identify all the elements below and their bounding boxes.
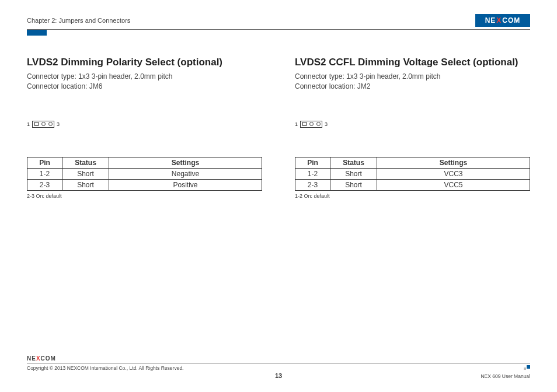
cell-pin: 1-2: [27, 168, 62, 179]
page-number: 13: [0, 372, 557, 379]
cell-settings: VCC3: [377, 168, 530, 179]
footer-left: NEXCOM: [27, 355, 530, 362]
logo-x: X: [36, 355, 41, 362]
left-title: LVDS2 Dimming Polarity Select (optional): [27, 57, 262, 68]
pin-1-icon: [301, 121, 308, 127]
logo-post: COM: [41, 355, 56, 362]
left-table: Pin Status Settings 1-2 Short Negative 2…: [27, 157, 262, 191]
cell-settings: Positive: [109, 179, 262, 190]
pin-1-icon: [33, 121, 40, 127]
th-pin: Pin: [295, 157, 330, 168]
pin-box: [32, 121, 54, 128]
th-settings: Settings: [109, 157, 262, 168]
right-table-note: 1-2 On: default: [295, 193, 530, 199]
table-row: 2-3 Short VCC5: [295, 179, 530, 190]
table-row: 1-2 Short Negative: [27, 168, 262, 179]
cell-status: Short: [62, 168, 109, 179]
pin-box: [300, 121, 322, 128]
right-pin-diagram: 1 3: [295, 121, 530, 128]
right-title: LVDS2 CCFL Dimming Voltage Select (optio…: [295, 57, 530, 68]
pin-label-left: 1: [295, 121, 298, 127]
corner-mark-icon: [522, 365, 530, 371]
page-header: Chapter 2: Jumpers and Connectors NEXCOM: [27, 14, 530, 30]
cell-pin: 1-2: [295, 168, 330, 179]
left-connector-type: Connector type: 1x3 3-pin header, 2.0mm …: [27, 72, 262, 82]
logo-pre: NE: [27, 355, 36, 362]
right-section: LVDS2 CCFL Dimming Voltage Select (optio…: [295, 57, 530, 199]
left-section: LVDS2 Dimming Polarity Select (optional)…: [27, 57, 262, 199]
table-row: 1-2 Short VCC3: [295, 168, 530, 179]
table-row: 2-3 Short Positive: [27, 179, 262, 190]
right-table: Pin Status Settings 1-2 Short VCC3 2-3 S…: [295, 157, 530, 191]
cell-settings: VCC5: [377, 179, 530, 190]
cell-pin: 2-3: [295, 179, 330, 190]
pin-2-icon: [40, 121, 47, 127]
table-header-row: Pin Status Settings: [27, 157, 262, 168]
logo-post: COM: [502, 16, 520, 24]
logo-x: X: [496, 16, 502, 24]
nexcom-logo: NEXCOM: [475, 14, 530, 27]
th-status: Status: [62, 157, 109, 168]
cell-settings: Negative: [109, 168, 262, 179]
left-table-note: 2-3 On: default: [27, 193, 262, 199]
table-header-row: Pin Status Settings: [295, 157, 530, 168]
th-settings: Settings: [377, 157, 530, 168]
cell-status: Short: [330, 179, 377, 190]
copyright-text: Copyright © 2013 NEXCOM International Co…: [27, 365, 183, 371]
th-status: Status: [330, 157, 377, 168]
tab-marker: [27, 30, 47, 36]
cell-pin: 2-3: [27, 179, 62, 190]
pin-label-right: 3: [325, 121, 328, 127]
logo-pre: NE: [485, 16, 496, 24]
right-connector-location: Connector location: JM2: [295, 82, 530, 92]
pin-2-icon: [308, 121, 315, 127]
pin-label-right: 3: [57, 121, 60, 127]
cell-status: Short: [330, 168, 377, 179]
pin-label-left: 1: [27, 121, 30, 127]
left-connector-location: Connector location: JM6: [27, 82, 262, 92]
pin-3-icon: [47, 121, 54, 127]
left-pin-diagram: 1 3: [27, 121, 262, 128]
th-pin: Pin: [27, 157, 62, 168]
nexcom-footer-logo: NEXCOM: [27, 355, 530, 362]
content-columns: LVDS2 Dimming Polarity Select (optional)…: [27, 57, 530, 199]
cell-status: Short: [62, 179, 109, 190]
chapter-title: Chapter 2: Jumpers and Connectors: [27, 17, 130, 24]
pin-3-icon: [315, 121, 322, 127]
right-connector-type: Connector type: 1x3 3-pin header, 2.0mm …: [295, 72, 530, 82]
